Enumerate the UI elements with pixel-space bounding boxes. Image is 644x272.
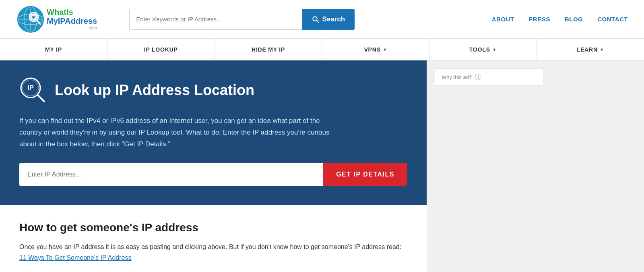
svg-text:IP: IP <box>32 15 36 19</box>
top-nav-blog[interactable]: BLOG <box>565 16 583 23</box>
ip-lookup-form: GET IP DETAILS <box>19 163 407 186</box>
search-area: Search <box>129 9 355 30</box>
main-content: IP Look up IP Address Location If you ca… <box>0 60 427 272</box>
nav-tools[interactable]: TOOLS ▼ <box>429 39 537 60</box>
hero-title-row: IP Look up IP Address Location <box>19 77 407 104</box>
ip-address-input[interactable] <box>19 163 323 186</box>
hero-section: IP Look up IP Address Location If you ca… <box>0 60 427 205</box>
search-button[interactable]: Search <box>302 9 355 30</box>
article-link[interactable]: 11 Ways To Get Someone's IP Address <box>19 254 131 261</box>
logo-whatis: WhatIs <box>47 8 73 17</box>
article-text: Once you have an IP address it is as eas… <box>19 241 407 263</box>
ad-why-label: Why this ad? <box>442 74 472 80</box>
ip-lookup-icon: IP <box>19 77 47 104</box>
svg-line-11 <box>316 20 318 22</box>
logo-myip: MyIP <box>47 17 65 25</box>
nav-learn[interactable]: LEARN ▼ <box>537 39 644 60</box>
svg-line-15 <box>38 95 44 102</box>
learn-dropdown-arrow: ▼ <box>600 47 605 52</box>
search-input[interactable] <box>129 9 302 30</box>
nav-my-ip[interactable]: MY IP <box>0 39 107 60</box>
ad-info-icon[interactable]: ℹ <box>475 74 481 80</box>
article-section: How to get someone's IP address Once you… <box>0 205 427 272</box>
hero-title: Look up IP Address Location <box>55 82 254 98</box>
ad-placeholder: Why this ad? ℹ <box>435 69 543 85</box>
globe-icon: IP <box>16 5 45 34</box>
logo-com: .com <box>47 25 97 30</box>
main-nav: MY IP IP LOOKUP HIDE MY IP VPNS ▼ TOOLS … <box>0 39 644 60</box>
search-icon <box>312 16 319 23</box>
top-nav: ABOUT PRESS BLOG CONTACT <box>492 16 628 23</box>
logo-address: Address <box>65 17 97 25</box>
search-button-label: Search <box>322 15 345 23</box>
get-ip-details-button[interactable]: GET IP DETAILS <box>323 163 407 186</box>
page-content: IP Look up IP Address Location If you ca… <box>0 60 644 272</box>
site-header: IP WhatIs MyIPAddress .com Search ABOUT … <box>0 0 644 39</box>
hero-description: If you can find out the IPv4 or IPv6 add… <box>19 115 333 150</box>
sidebar: Why this ad? ℹ <box>427 60 547 272</box>
svg-text:IP: IP <box>27 84 33 91</box>
logo-text: WhatIs MyIPAddress .com <box>47 8 97 30</box>
top-nav-about[interactable]: ABOUT <box>492 16 514 23</box>
nav-hide-my-ip[interactable]: HIDE MY IP <box>215 39 322 60</box>
top-nav-press[interactable]: PRESS <box>529 16 550 23</box>
article-title: How to get someone's IP address <box>19 221 407 234</box>
tools-dropdown-arrow: ▼ <box>492 47 497 52</box>
top-nav-contact[interactable]: CONTACT <box>597 16 628 23</box>
vpns-dropdown-arrow: ▼ <box>383 47 388 52</box>
nav-ip-lookup[interactable]: IP LOOKUP <box>107 39 215 60</box>
nav-vpns[interactable]: VPNS ▼ <box>322 39 429 60</box>
site-logo[interactable]: IP WhatIs MyIPAddress .com <box>16 5 97 34</box>
